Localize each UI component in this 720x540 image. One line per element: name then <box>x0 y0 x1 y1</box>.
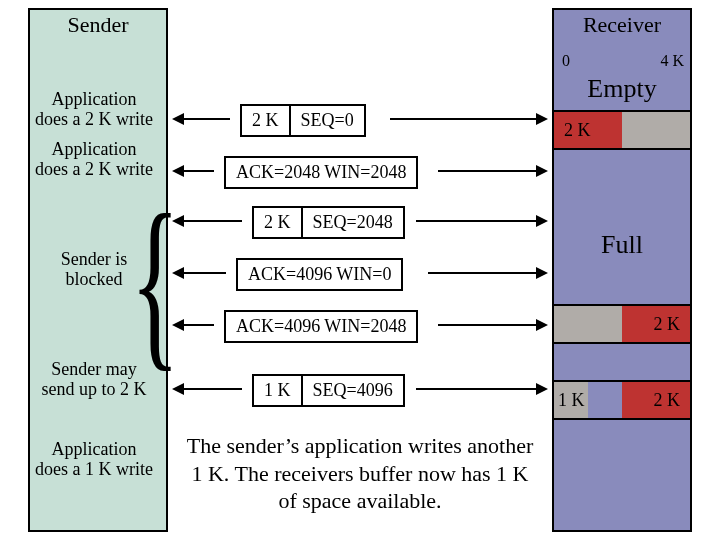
arrow-ack2048b-right <box>438 324 538 326</box>
arrow-ack2048b-left <box>182 324 214 326</box>
receiver-full-label: Full <box>554 230 690 260</box>
msg-ack0-text: ACK=4096 WIN=0 <box>238 260 401 289</box>
buffer-3-right: 2 K <box>654 390 681 411</box>
buffer-2-right: 2 K <box>654 314 681 335</box>
receiver-buffer-3: 1 K 2 K <box>552 380 692 420</box>
msg-seq2048-seq: SEQ=2048 <box>301 208 403 237</box>
sender-label-write2k-b: Application does a 2 K write <box>34 140 154 180</box>
arrow-seq4096-left <box>182 388 242 390</box>
msg-seq0-size: 2 K <box>242 106 289 135</box>
receiver-buffer-1: 2 K <box>552 110 692 150</box>
msg-seq4096-size: 1 K <box>254 376 301 405</box>
msg-ack2048b-text: ACK=4096 WIN=2048 <box>226 312 416 341</box>
msg-ack2048b: ACK=4096 WIN=2048 <box>224 310 418 343</box>
receiver-scale-4k: 4 K <box>660 52 684 70</box>
buffer-3-left: 1 K <box>558 390 585 411</box>
caption: The sender’s application writes another … <box>180 432 540 515</box>
arrow-seq0-left <box>182 118 230 120</box>
arrow-ack0-right <box>428 272 538 274</box>
sender-title: Sender <box>30 12 166 38</box>
msg-ack2048: ACK=2048 WIN=2048 <box>224 156 418 189</box>
msg-seq0: 2 KSEQ=0 <box>240 104 366 137</box>
arrow-seq0-right <box>390 118 538 120</box>
msg-seq4096-seq: SEQ=4096 <box>301 376 403 405</box>
arrow-ack0-left <box>182 272 226 274</box>
msg-ack2048-text: ACK=2048 WIN=2048 <box>226 158 416 187</box>
msg-seq4096: 1 KSEQ=4096 <box>252 374 405 407</box>
arrow-ack2048-right <box>438 170 538 172</box>
msg-seq2048: 2 KSEQ=2048 <box>252 206 405 239</box>
receiver-title: Receiver <box>554 12 690 38</box>
receiver-scale-0: 0 <box>562 52 570 70</box>
buffer-1-left: 2 K <box>564 120 591 141</box>
arrow-seq4096-right <box>416 388 538 390</box>
receiver-empty-label: Empty <box>554 74 690 104</box>
arrow-seq2048-right <box>416 220 538 222</box>
receiver-column: Receiver 0 4 K Empty 2 K Full 2 K 1 K 2 … <box>552 8 692 532</box>
arrow-seq2048-left <box>182 220 242 222</box>
msg-seq0-seq: SEQ=0 <box>289 106 364 135</box>
receiver-buffer-2: 2 K <box>552 304 692 344</box>
msg-seq2048-size: 2 K <box>254 208 301 237</box>
sender-label-write1k: Application does a 1 K write <box>34 440 154 480</box>
msg-ack0: ACK=4096 WIN=0 <box>236 258 403 291</box>
arrow-ack2048-left <box>182 170 214 172</box>
sender-label-write2k-a: Application does a 2 K write <box>34 90 154 130</box>
